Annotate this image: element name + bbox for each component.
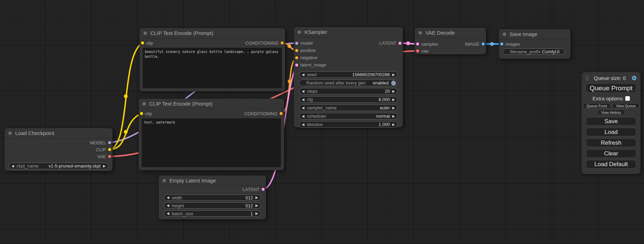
increase-arrow-icon[interactable]: ▶ <box>392 123 395 126</box>
node-title-bar[interactable]: Empty Latent Image <box>159 175 266 186</box>
slot-row-samples: samples IMAGE <box>415 40 486 47</box>
decrease-arrow-icon[interactable]: ◀ <box>11 164 14 168</box>
collapse-dot-icon[interactable] <box>503 33 506 36</box>
random-seed-widget[interactable]: Random seed after every gen enabled <box>299 80 398 86</box>
vae-input-port[interactable] <box>416 49 419 53</box>
model-input-port[interactable] <box>295 42 298 45</box>
load-default-button[interactable]: Load Default <box>586 160 636 169</box>
increase-arrow-icon[interactable]: ▶ <box>255 212 258 215</box>
node-save-image[interactable]: Save Image images filename_prefix ComfyU… <box>499 29 571 59</box>
node-title-bar[interactable]: CLIP Text Encode (Prompt) <box>140 28 285 38</box>
samples-input-port[interactable] <box>416 43 419 46</box>
positive-input-port[interactable] <box>295 49 298 52</box>
decrease-arrow-icon[interactable]: ◀ <box>302 106 305 110</box>
widget-value: 1.000 <box>379 122 390 127</box>
decrease-arrow-icon[interactable]: ◀ <box>167 212 169 215</box>
collapse-dot-icon[interactable] <box>143 31 147 35</box>
collapse-dot-icon[interactable] <box>8 132 12 135</box>
decrease-arrow-icon[interactable]: ◀ <box>302 123 305 126</box>
drag-handle-icon[interactable] <box>586 76 588 80</box>
increase-arrow-icon[interactable]: ▶ <box>392 98 395 101</box>
latent-output-port[interactable] <box>398 42 402 45</box>
increase-arrow-icon[interactable]: ▶ <box>392 90 395 93</box>
steps-widget[interactable]: ◀ steps 20 ▶ <box>299 88 398 94</box>
vae-output-port[interactable] <box>108 155 111 158</box>
conditioning-output-port[interactable] <box>281 42 284 45</box>
node-title-bar[interactable]: Save Image <box>499 29 571 39</box>
seed-widget[interactable]: ◀ seed 156680208700286 ▶ <box>299 71 398 78</box>
node-empty-latent-image[interactable]: Empty Latent Image LATENT ◀ width 512 ▶ … <box>159 175 266 219</box>
clip-input-port[interactable] <box>141 42 144 45</box>
height-widget[interactable]: ◀ height 512 ▶ <box>164 202 261 209</box>
decrease-arrow-icon[interactable]: ◀ <box>167 196 169 199</box>
node-title-bar[interactable]: VAE Decode <box>415 28 486 38</box>
decrease-arrow-icon[interactable]: ◀ <box>302 115 305 118</box>
node-vae-decode[interactable]: VAE Decode samples IMAGE vae <box>415 28 486 54</box>
sampler-name-widget[interactable]: ◀ sampler_name euler ▶ <box>299 105 398 111</box>
node-load-checkpoint[interactable]: Load Checkpoint MODEL CLIP VAE ◀ ckpt_na… <box>5 128 113 171</box>
queue-front-button[interactable]: Queue Front <box>583 103 611 108</box>
slot-row-vae: vae <box>415 47 486 54</box>
extra-options-checkbox[interactable] <box>625 96 630 101</box>
width-widget[interactable]: ◀ width 512 ▶ <box>164 195 261 201</box>
node-title: CLIP Text Encode (Prompt) <box>149 101 212 107</box>
input-label: clip <box>146 40 153 46</box>
load-button[interactable]: Load <box>586 128 636 136</box>
prompt-textarea[interactable]: text, watermark <box>142 118 281 167</box>
cfg-widget[interactable]: ◀ cfg 8.000 ▶ <box>299 96 398 103</box>
node-title: VAE Decode <box>425 30 455 36</box>
increase-arrow-icon[interactable]: ▶ <box>255 204 258 207</box>
increase-arrow-icon[interactable]: ▶ <box>103 164 106 168</box>
node-title-bar[interactable]: CLIP Text Encode (Prompt) <box>139 99 284 109</box>
widget-label: ckpt_name <box>17 163 39 169</box>
save-button[interactable]: Save <box>586 117 636 126</box>
node-title-bar[interactable]: Load Checkpoint <box>5 128 113 138</box>
output-label: CONDITIONING <box>244 111 277 116</box>
latent-output-port[interactable] <box>262 188 265 191</box>
increase-arrow-icon[interactable]: ▶ <box>392 106 395 110</box>
input-label: vae <box>421 48 429 54</box>
queue-prompt-button[interactable]: Queue Prompt <box>586 83 636 93</box>
decrease-arrow-icon[interactable]: ◀ <box>167 204 169 207</box>
view-queue-button[interactable]: View Queue <box>612 103 639 108</box>
negative-input-port[interactable] <box>295 56 298 59</box>
images-input-port[interactable] <box>500 43 503 46</box>
model-output-port[interactable] <box>108 141 111 144</box>
comfyui-canvas[interactable]: { "colors": { "model": "#B39DDB", "clip"… <box>0 0 644 244</box>
clear-button[interactable]: Clear <box>586 149 636 158</box>
input-label: samples <box>421 42 438 47</box>
increase-arrow-icon[interactable]: ▶ <box>392 73 395 76</box>
link-dot <box>406 42 410 45</box>
settings-gear-icon[interactable] <box>631 75 637 81</box>
node-clip-text-encode-negative[interactable]: CLIP Text Encode (Prompt) clip CONDITION… <box>139 99 284 170</box>
image-output-port[interactable] <box>482 43 485 46</box>
ckpt-name-widget[interactable]: ◀ ckpt_name v1-5-pruned-emaonly.ckpt ▶ <box>9 163 108 169</box>
prompt-textarea[interactable]: beautiful scenery nature glass bottle la… <box>143 48 282 88</box>
input-label: clip <box>145 111 152 116</box>
view-history-button[interactable]: View History <box>597 110 625 115</box>
toggle-indicator-icon[interactable] <box>391 81 396 85</box>
node-clip-text-encode-positive[interactable]: CLIP Text Encode (Prompt) clip CONDITION… <box>140 28 285 91</box>
node-title-bar[interactable]: KSampler <box>294 27 403 37</box>
batch-size-widget[interactable]: ◀ batch_size 1 ▶ <box>164 210 261 217</box>
collapse-dot-icon[interactable] <box>142 102 146 106</box>
denoise-widget[interactable]: ◀ denoise 1.000 ▶ <box>299 121 398 128</box>
decrease-arrow-icon[interactable]: ◀ <box>302 98 305 101</box>
increase-arrow-icon[interactable]: ▶ <box>255 196 258 199</box>
decrease-arrow-icon[interactable]: ◀ <box>302 90 305 93</box>
collapse-dot-icon[interactable] <box>162 179 166 182</box>
refresh-button[interactable]: Refresh <box>586 138 636 147</box>
latent-image-input-port[interactable] <box>295 63 298 66</box>
filename-prefix-widget[interactable]: filename_prefix ComfyUI <box>503 48 565 55</box>
scheduler-widget[interactable]: ◀ scheduler normal ▶ <box>299 113 398 119</box>
conditioning-output-port[interactable] <box>280 112 283 115</box>
clip-output-port[interactable] <box>108 148 111 151</box>
clip-input-port[interactable] <box>140 112 143 115</box>
decrease-arrow-icon[interactable]: ◀ <box>302 73 305 76</box>
increase-arrow-icon[interactable]: ▶ <box>392 115 395 118</box>
widget-label: batch_size <box>172 211 193 216</box>
node-ksampler[interactable]: KSampler model LATENT positive negative … <box>294 27 403 127</box>
output-row-latent: LATENT <box>159 186 266 193</box>
collapse-dot-icon[interactable] <box>298 30 301 34</box>
collapse-dot-icon[interactable] <box>418 31 422 35</box>
